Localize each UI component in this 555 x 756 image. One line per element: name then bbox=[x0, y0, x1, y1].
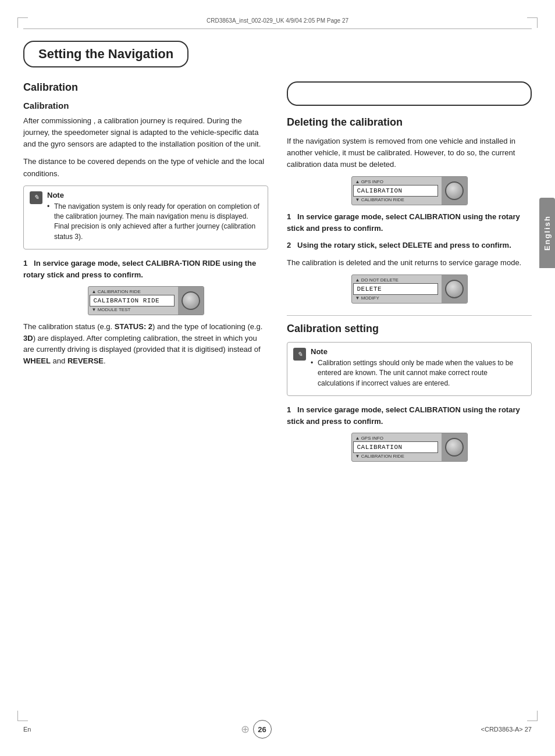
footer-right: <CRD3863-A> 27 bbox=[481, 726, 532, 733]
left-note-list: The navigation system is only ready for … bbox=[47, 202, 262, 243]
right-screen1-rows: ▲ GPS INFO CALIBRATION ▼ CALIBRATION RID… bbox=[352, 177, 439, 205]
calibration-setting-section: Calibration setting ✎ Note Calibration s… bbox=[287, 315, 532, 462]
calibration-setting-screen-row-up: ▲ GPS INFO bbox=[352, 434, 439, 441]
footer-center: ⊕ 26 bbox=[241, 720, 272, 739]
left-note-title: Note bbox=[47, 191, 262, 199]
right-step1-label: 1 In service garage mode, select CALIBRA… bbox=[287, 211, 532, 234]
calibration-note-item: Calibration settings should only be made… bbox=[311, 358, 525, 388]
footer-left: En bbox=[23, 726, 31, 733]
note-icon: ✎ bbox=[30, 191, 42, 204]
page-container: CRD3863A_inst_002-029_UK 4/9/04 2:05 PM … bbox=[0, 0, 555, 756]
left-screen1-rows: ▲ CALIBRATION RIDE CALIBRATION RIDE ▼ MO… bbox=[88, 287, 176, 315]
content-columns: Calibration Calibration After commission… bbox=[23, 81, 532, 468]
right-step2-label: 2 Using the rotary stick, select DELETE … bbox=[287, 240, 532, 251]
left-note-item: The navigation system is only ready for … bbox=[47, 202, 262, 243]
calibration-note-title: Note bbox=[311, 347, 525, 356]
right-screen2-row-down: ▼ MODIFY bbox=[352, 295, 439, 302]
header-watermark: CRD3863A_inst_002-029_UK 4/9/04 2:05 PM … bbox=[23, 17, 532, 29]
left-note-box: ✎ Note The navigation system is only rea… bbox=[23, 186, 268, 250]
calibration-note-content: Note Calibration settings should only be… bbox=[311, 347, 525, 391]
right-intro-text: If the navigation system is removed from… bbox=[287, 135, 532, 170]
left-step2-text: The calibration status (e.g. STATUS: 2) … bbox=[23, 321, 268, 366]
left-sub-heading: Calibration bbox=[23, 101, 268, 110]
footer-page-number: 26 bbox=[258, 725, 266, 734]
left-note-content: Note The navigation system is only ready… bbox=[47, 191, 262, 245]
right-screen2: ▲ DO NOT DELETE DELETE ▼ MODIFY bbox=[351, 274, 468, 304]
right-screen2-knob bbox=[442, 275, 467, 303]
left-screen1-row-up: ▲ CALIBRATION RIDE bbox=[88, 288, 176, 294]
corner-tr bbox=[527, 17, 538, 28]
corner-tl bbox=[17, 17, 28, 28]
right-screen1-knob bbox=[442, 177, 467, 205]
left-column: Calibration Calibration After commission… bbox=[23, 81, 268, 468]
left-intro-text2: The distance to be covered depends on th… bbox=[23, 156, 268, 179]
calibration-note-box: ✎ Note Calibration settings should only … bbox=[287, 342, 532, 396]
left-section-heading: Calibration bbox=[23, 81, 268, 94]
calibration-setting-screen-row-selected: CALIBRATION bbox=[353, 441, 438, 453]
left-step1-label: 1 In service garage mode, select CALIBRA… bbox=[23, 258, 268, 280]
right-screen2-rows: ▲ DO NOT DELETE DELETE ▼ MODIFY bbox=[352, 275, 439, 303]
calibration-setting-knob-icon bbox=[445, 438, 464, 457]
calibration-note-icon: ✎ bbox=[293, 348, 306, 361]
left-screen1-knob bbox=[178, 287, 204, 315]
right-section-heading: Deleting the calibration bbox=[287, 116, 532, 129]
right-screen1-row-selected: CALIBRATION bbox=[353, 185, 438, 197]
right-screen2-row-selected: DELETE bbox=[353, 283, 438, 295]
right-knob-icon1 bbox=[445, 181, 464, 200]
right-knob-icon2 bbox=[445, 280, 464, 298]
left-screen1-row-down: ▼ MODULE TEST bbox=[88, 307, 176, 313]
calibration-setting-screen-rows: ▲ GPS INFO CALIBRATION ▼ CALIBRATION RID… bbox=[352, 433, 439, 461]
side-tab-english: English bbox=[539, 198, 555, 268]
knob-icon bbox=[182, 291, 200, 310]
right-step2-subtext: The calibration is deleted and the unit … bbox=[287, 257, 532, 269]
left-intro-text: After commissioning , a calibration jour… bbox=[23, 115, 268, 150]
section-divider bbox=[287, 315, 532, 316]
footer: En ⊕ 26 <CRD3863-A> 27 bbox=[0, 720, 555, 739]
right-screen2-row-up: ▲ DO NOT DELETE bbox=[352, 276, 439, 283]
page-title: Setting the Navigation bbox=[23, 41, 188, 67]
calibration-note-list: Calibration settings should only be made… bbox=[311, 358, 525, 388]
right-screen1-row-up: ▲ GPS INFO bbox=[352, 178, 439, 184]
right-title-box bbox=[287, 81, 532, 106]
left-screen1-row-selected: CALIBRATION RIDE bbox=[90, 295, 175, 306]
calibration-setting-screen-row-down: ▼ CALIBRATION RIDE bbox=[352, 454, 439, 460]
calibration-setting-heading: Calibration setting bbox=[287, 323, 532, 335]
calibration-setting-step1: 1 In service garage mode, select CALIBRA… bbox=[287, 404, 532, 427]
right-screen1: ▲ GPS INFO CALIBRATION ▼ CALIBRATION RID… bbox=[351, 176, 468, 205]
left-screen1: ▲ CALIBRATION RIDE CALIBRATION RIDE ▼ MO… bbox=[88, 286, 204, 315]
footer-page-circle: 26 bbox=[253, 720, 272, 739]
right-column: Deleting the calibration If the navigati… bbox=[287, 81, 532, 468]
calibration-setting-screen-knob bbox=[442, 433, 467, 461]
footer-crosshair: ⊕ bbox=[241, 723, 250, 736]
right-screen1-row-down: ▼ CALIBRATION RIDE bbox=[352, 197, 439, 204]
calibration-setting-screen: ▲ GPS INFO CALIBRATION ▼ CALIBRATION RID… bbox=[351, 433, 468, 462]
